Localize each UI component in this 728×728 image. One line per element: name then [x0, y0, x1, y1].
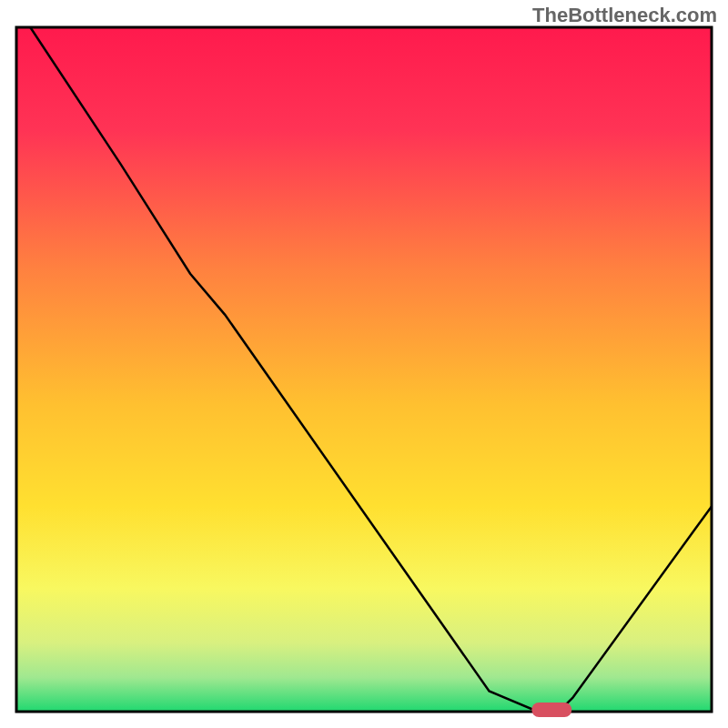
optimal-marker — [531, 703, 571, 717]
chart-svg — [0, 0, 728, 728]
watermark-text: TheBottleneck.com — [532, 4, 717, 27]
plot-background — [16, 27, 712, 712]
bottleneck-chart: TheBottleneck.com — [0, 0, 728, 728]
